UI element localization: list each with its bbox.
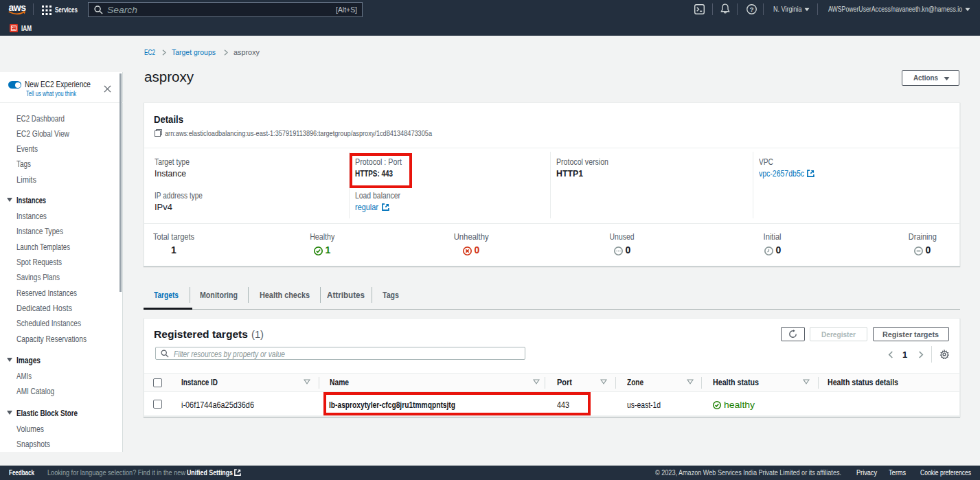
- svg-text:?: ?: [750, 6, 754, 13]
